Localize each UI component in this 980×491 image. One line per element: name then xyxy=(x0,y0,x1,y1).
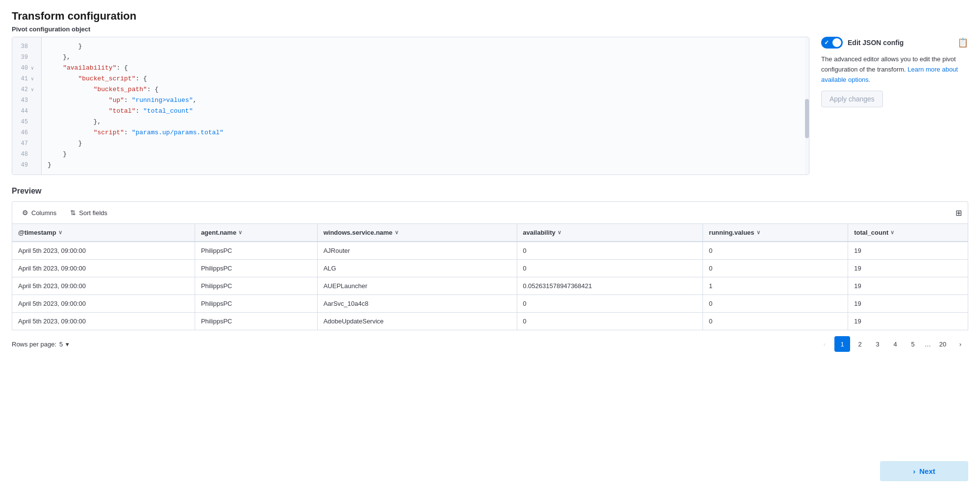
page-2-button[interactable]: 2 xyxy=(852,336,868,352)
collapse-chevron[interactable]: ∨ xyxy=(31,76,37,82)
sort-icon: ∨ xyxy=(557,229,561,236)
sort-fields-label: Sort fields xyxy=(79,209,107,217)
line-number-row: 42∨ xyxy=(12,84,41,95)
code-line: }, xyxy=(48,117,803,127)
page-3-button[interactable]: 3 xyxy=(870,336,885,352)
cell-r0-c5: 19 xyxy=(848,242,968,260)
line-number-row: 40∨ xyxy=(12,63,41,74)
code-line: } xyxy=(48,149,803,160)
table-row: April 5th 2023, 09:00:00PhilippsPCALG001… xyxy=(12,260,968,277)
line-number-row: 39 xyxy=(12,52,41,63)
cell-r4-c5: 19 xyxy=(848,313,968,330)
next-label: Next xyxy=(919,467,935,475)
cell-r2-c1: PhilippsPC xyxy=(195,277,317,295)
editor-description: The advanced editor allows you to edit t… xyxy=(821,54,968,85)
data-table: @timestamp∨agent.name∨windows.service.na… xyxy=(12,223,968,330)
cell-r2-c2: AUEPLauncher xyxy=(317,277,517,295)
page-4-button[interactable]: 4 xyxy=(887,336,903,352)
apply-changes-button[interactable]: Apply changes xyxy=(821,91,883,107)
code-line: } xyxy=(48,160,803,171)
col-header-@timestamp[interactable]: @timestamp∨ xyxy=(12,224,195,242)
next-page-button[interactable]: › xyxy=(953,336,968,352)
code-line: "script": "params.up/params.total" xyxy=(48,127,803,138)
cell-r1-c2: ALG xyxy=(317,260,517,277)
page-1-button[interactable]: 1 xyxy=(834,336,850,352)
cell-r2-c5: 19 xyxy=(848,277,968,295)
editor-sidebar: ✓ Edit JSON config 📋 The advanced editor… xyxy=(821,37,968,175)
cell-r4-c2: AdobeUpdateService xyxy=(317,313,517,330)
col-header-windows.service.name[interactable]: windows.service.name∨ xyxy=(317,224,517,242)
cell-r4-c3: 0 xyxy=(517,313,703,330)
cell-r0-c4: 0 xyxy=(703,242,848,260)
pagination: ‹ 1 2 3 4 5 … 20 › xyxy=(817,336,968,352)
code-line: "availability": { xyxy=(48,63,803,74)
cell-r1-c1: PhilippsPC xyxy=(195,260,317,277)
preview-title: Preview xyxy=(12,187,968,196)
cell-r1-c4: 0 xyxy=(703,260,848,277)
cell-r2-c3: 0.052631578947368421 xyxy=(517,277,703,295)
page-title: Transform configuration xyxy=(12,10,968,23)
next-button[interactable]: › Next xyxy=(880,461,968,481)
cell-r1-c3: 0 xyxy=(517,260,703,277)
col-header-total_count[interactable]: total_count∨ xyxy=(848,224,968,242)
rows-per-page-value: 5 xyxy=(59,341,63,348)
table-row: April 5th 2023, 09:00:00PhilippsPCAJRout… xyxy=(12,242,968,260)
sort-icon: ∨ xyxy=(395,229,399,236)
sort-fields-button[interactable]: ⇅ Sort fields xyxy=(66,207,111,219)
line-number-row: 47 xyxy=(12,138,41,149)
sort-icon: ∨ xyxy=(58,229,62,236)
edit-json-toggle[interactable]: ✓ xyxy=(821,37,843,49)
last-page-button[interactable]: 20 xyxy=(935,336,951,352)
code-content[interactable]: } }, "availability": { "bucket_script": … xyxy=(42,37,809,174)
density-icon[interactable]: ⊞ xyxy=(955,208,962,218)
col-header-agent.name[interactable]: agent.name∨ xyxy=(195,224,317,242)
line-number-row: 43 xyxy=(12,95,41,106)
columns-button[interactable]: ⚙ Columns xyxy=(18,207,60,219)
code-line: } xyxy=(48,41,803,52)
cell-r3-c3: 0 xyxy=(517,295,703,313)
cell-r4-c1: PhilippsPC xyxy=(195,313,317,330)
table-row: April 5th 2023, 09:00:00PhilippsPCAdobeU… xyxy=(12,313,968,330)
sort-icon: ∨ xyxy=(756,229,760,236)
col-header-availability[interactable]: availability∨ xyxy=(517,224,703,242)
line-number-row: 48 xyxy=(12,149,41,160)
cell-r1-c5: 19 xyxy=(848,260,968,277)
scrollbar-thumb[interactable] xyxy=(805,99,809,138)
line-number-row: 38 xyxy=(12,41,41,52)
cell-r4-c4: 0 xyxy=(703,313,848,330)
code-line: "bucket_script": { xyxy=(48,74,803,84)
table-row: April 5th 2023, 09:00:00PhilippsPCAUEPLa… xyxy=(12,277,968,295)
cell-r1-c0: April 5th 2023, 09:00:00 xyxy=(12,260,195,277)
sort-icon: ∨ xyxy=(238,229,242,236)
col-header-running.values[interactable]: running.values∨ xyxy=(703,224,848,242)
toggle-label: Edit JSON config xyxy=(848,39,904,47)
code-line: } xyxy=(48,138,803,149)
table-row: April 5th 2023, 09:00:00PhilippsPCAarSvc… xyxy=(12,295,968,313)
copy-icon[interactable]: 📋 xyxy=(957,37,968,48)
line-number-row: 45 xyxy=(12,117,41,127)
bottom-bar: › Next xyxy=(12,453,968,481)
code-line: "total": "total_count" xyxy=(48,106,803,117)
config-area: 383940∨41∨42∨43444546474849 } }, "availa… xyxy=(12,37,968,175)
line-number-row: 44 xyxy=(12,106,41,117)
line-number-row: 49 xyxy=(12,160,41,171)
line-number-row: 41∨ xyxy=(12,74,41,84)
cell-r0-c2: AJRouter xyxy=(317,242,517,260)
cell-r2-c4: 1 xyxy=(703,277,848,295)
line-numbers: 383940∨41∨42∨43444546474849 xyxy=(12,37,42,174)
prev-page-button[interactable]: ‹ xyxy=(817,336,832,352)
rows-per-page[interactable]: Rows per page: 5 ▾ xyxy=(12,341,69,348)
line-number-row: 46 xyxy=(12,127,41,138)
toggle-row: ✓ Edit JSON config 📋 xyxy=(821,37,968,49)
collapse-chevron[interactable]: ∨ xyxy=(31,65,37,71)
code-line: "up": "running>values", xyxy=(48,95,803,106)
collapse-chevron[interactable]: ∨ xyxy=(31,87,37,93)
code-editor[interactable]: 383940∨41∨42∨43444546474849 } }, "availa… xyxy=(12,37,809,174)
config-section-label: Pivot configuration object xyxy=(12,25,968,33)
cell-r4-c0: April 5th 2023, 09:00:00 xyxy=(12,313,195,330)
cell-r3-c5: 19 xyxy=(848,295,968,313)
columns-icon: ⚙ xyxy=(22,209,28,217)
cell-r0-c0: April 5th 2023, 09:00:00 xyxy=(12,242,195,260)
page-5-button[interactable]: 5 xyxy=(905,336,921,352)
scrollbar-track xyxy=(805,37,809,174)
